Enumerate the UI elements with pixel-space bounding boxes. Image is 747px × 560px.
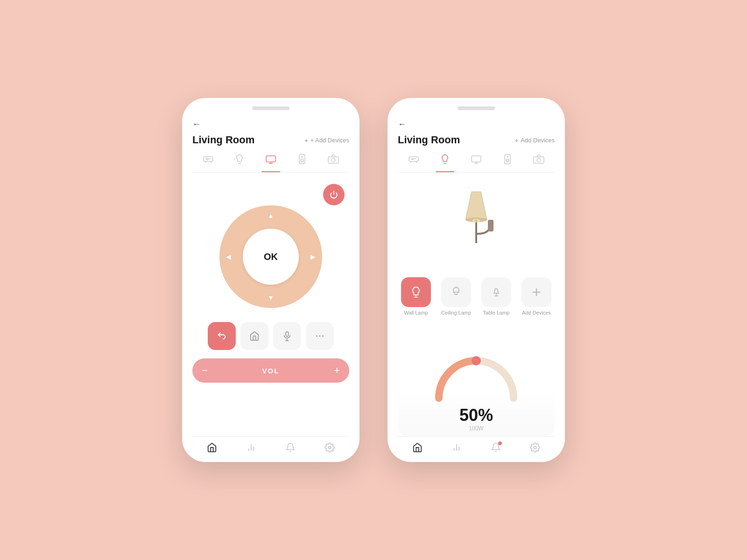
- svg-rect-17: [286, 332, 289, 336]
- svg-rect-39: [534, 157, 544, 163]
- power-button[interactable]: [323, 184, 345, 205]
- svg-point-40: [537, 158, 541, 162]
- device-tabs-2: [398, 154, 555, 173]
- tab-ac-2[interactable]: [398, 154, 429, 172]
- nav-stats-2[interactable]: [451, 442, 462, 453]
- tab-ac-1[interactable]: [192, 154, 224, 172]
- vol-bar[interactable]: − VOL +: [192, 358, 349, 383]
- svg-point-20: [316, 336, 317, 337]
- screen-header-1: Living Room + + Add Devices: [192, 134, 349, 146]
- arc-container: [430, 351, 523, 403]
- light-icon-1: [234, 154, 245, 168]
- speaker-icon-2: [502, 154, 513, 168]
- ceiling-lamp-label: Ceiling Lamp: [441, 310, 471, 315]
- phones-container: ← Living Room + + Add Devices: [182, 98, 565, 462]
- bottom-controls: [208, 322, 334, 350]
- back-ctrl-btn[interactable]: [208, 322, 236, 350]
- phone-1-screen: ← Living Room + + Add Devices: [182, 110, 359, 462]
- lamp-svg: [446, 182, 507, 271]
- svg-point-38: [507, 156, 508, 157]
- nav-notifications-2[interactable]: [491, 442, 501, 453]
- dpad-up[interactable]: ▲: [268, 212, 274, 219]
- page-title-2: Living Room: [398, 134, 460, 146]
- light-icon-2: [439, 154, 451, 168]
- svg-rect-8: [266, 156, 275, 162]
- phone-notch-2: [458, 106, 495, 110]
- remote-content: ▲ ▼ ◀ ▶ OK: [192, 179, 349, 436]
- tab-speaker-1[interactable]: [287, 154, 318, 172]
- svg-point-26: [328, 446, 331, 449]
- phone-1: ← Living Room + + Add Devices: [182, 98, 359, 462]
- add-device-icon: [521, 277, 551, 307]
- add-devices-button-1[interactable]: + + Add Devices: [304, 136, 349, 144]
- svg-point-22: [322, 336, 324, 337]
- svg-line-6: [236, 155, 236, 156]
- dpad-left[interactable]: ◀: [226, 253, 231, 260]
- nav-stats-1[interactable]: [246, 442, 256, 453]
- back-button-1[interactable]: ←: [192, 119, 349, 129]
- device-add[interactable]: Add Devices: [518, 277, 555, 315]
- back-button-2[interactable]: ←: [398, 119, 555, 129]
- tab-tv-1[interactable]: [255, 154, 286, 172]
- phone-notch-1: [252, 106, 289, 110]
- svg-point-21: [319, 336, 321, 337]
- phone-2-screen: ← Living Room + Add Devices: [388, 110, 565, 462]
- device-ceiling-lamp[interactable]: Ceiling Lamp: [438, 277, 474, 315]
- svg-point-12: [301, 159, 303, 162]
- tab-light-2[interactable]: [429, 154, 460, 172]
- vol-label: VOL: [262, 367, 280, 375]
- lighting-content: Wall Lamp Ceiling Lamp: [398, 179, 555, 436]
- camera-icon-1: [328, 154, 339, 168]
- mic-ctrl-btn[interactable]: [273, 322, 301, 350]
- speaker-icon-1: [296, 154, 308, 168]
- lamp-image-area: [398, 179, 555, 273]
- ac-icon-2: [408, 154, 419, 168]
- more-ctrl-btn[interactable]: [306, 322, 334, 350]
- nav-home-1[interactable]: [207, 442, 217, 453]
- svg-point-57: [534, 446, 536, 449]
- vol-plus[interactable]: +: [334, 364, 340, 377]
- tab-camera-2[interactable]: [523, 154, 555, 172]
- svg-point-13: [302, 156, 303, 157]
- tab-camera-1[interactable]: [318, 154, 349, 172]
- power-btn-row: [192, 184, 349, 205]
- svg-rect-33: [472, 156, 481, 162]
- screen-header-2: Living Room + Add Devices: [398, 134, 555, 146]
- svg-rect-0: [204, 157, 213, 161]
- nav-settings-1[interactable]: [324, 442, 335, 453]
- brightness-section: 50% 100W: [398, 322, 555, 436]
- brightness-arc-svg: [430, 351, 523, 403]
- ok-button[interactable]: OK: [243, 229, 299, 285]
- notification-badge-2: [498, 441, 502, 445]
- ceiling-lamp-icon: [441, 277, 471, 307]
- dpad-right[interactable]: ▶: [310, 253, 316, 260]
- add-devices-label-1: + Add Devices: [310, 137, 349, 144]
- svg-point-15: [331, 158, 335, 162]
- page-title-1: Living Room: [192, 134, 254, 146]
- wall-lamp-label: Wall Lamp: [404, 310, 428, 315]
- device-wall-lamp[interactable]: Wall Lamp: [398, 277, 434, 315]
- table-lamp-label: Table Lamp: [483, 310, 510, 315]
- nav-notifications-1[interactable]: [285, 442, 296, 453]
- tab-light-1[interactable]: [224, 154, 255, 172]
- nav-home-2[interactable]: [412, 442, 423, 453]
- vol-minus[interactable]: −: [202, 364, 208, 377]
- tab-speaker-2[interactable]: [492, 154, 523, 172]
- brightness-watt: 100W: [469, 425, 483, 432]
- bottom-nav-2: [398, 436, 555, 462]
- svg-point-53: [472, 356, 481, 365]
- dpad-ring: ▲ ▼ ◀ ▶ OK: [219, 205, 322, 308]
- device-table-lamp[interactable]: Table Lamp: [478, 277, 514, 315]
- dpad-container: ▲ ▼ ◀ ▶ OK: [219, 205, 322, 308]
- tab-tv-2[interactable]: [460, 154, 492, 172]
- svg-rect-44: [488, 220, 493, 231]
- tv-icon-1: [265, 154, 276, 168]
- home-ctrl-btn[interactable]: [240, 322, 268, 350]
- camera-icon-2: [533, 154, 544, 168]
- dpad-down[interactable]: ▼: [268, 294, 274, 301]
- add-device-label: Add Devices: [522, 310, 551, 315]
- bottom-nav-1: [192, 436, 349, 462]
- add-devices-button-2[interactable]: + Add Devices: [514, 136, 555, 144]
- plus-icon-2: +: [514, 136, 519, 144]
- nav-settings-2[interactable]: [530, 442, 540, 453]
